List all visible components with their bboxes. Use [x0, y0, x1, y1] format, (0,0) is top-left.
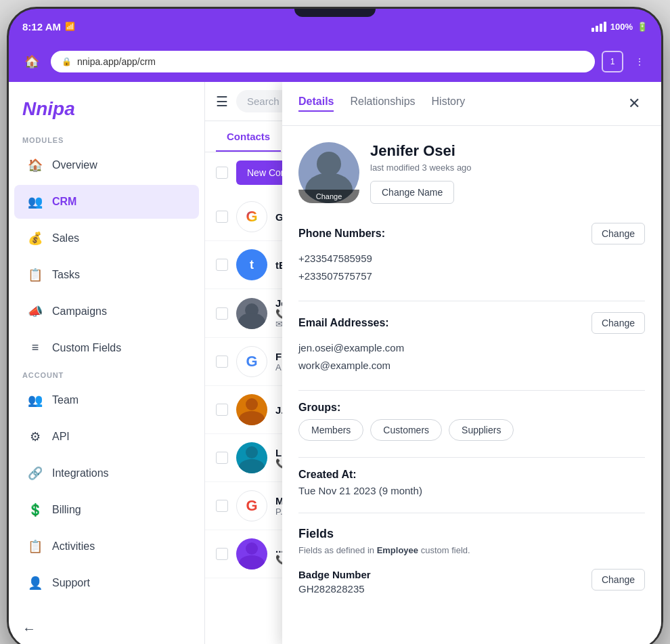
integrations-icon: 🔗 [28, 466, 43, 481]
tasks-icon: 📋 [28, 267, 43, 282]
browser-bar: 🏠 🔒 nnipa.app/app/crm 1 ⋮ [9, 44, 661, 82]
select-all-checkbox[interactable] [216, 167, 228, 179]
detail-body: Change Jenifer Osei last modified 3 week… [282, 126, 661, 644]
change-name-button[interactable]: Change Name [370, 181, 454, 204]
sidebar-item-billing[interactable]: 💲 Billing [14, 493, 199, 527]
detail-panel: Details Relationships History ✕ [282, 82, 661, 644]
badge-number-value: GH282828235 [298, 583, 371, 595]
crm-icon: 👥 [28, 194, 43, 209]
api-icon: ⚙ [28, 429, 43, 444]
sidebar-item-sales[interactable]: 💰 Sales [14, 221, 199, 255]
close-icon: ✕ [628, 95, 640, 112]
created-at-section: Created At: Tue Nov 21 2023 (9 month) [298, 469, 645, 496]
badge-change-button[interactable]: Change [591, 569, 645, 591]
contact-avatar [236, 394, 267, 425]
fields-description: Fields as defined in Employee custom fie… [298, 545, 645, 555]
sales-icon: 💰 [28, 231, 43, 246]
phone-numbers-section: Phone Numbers: Change +233547585959 +233… [298, 223, 645, 284]
contact-avatar [236, 538, 267, 570]
tab-contacts[interactable]: Contacts [216, 121, 281, 152]
contact-avatar: G [236, 201, 267, 232]
lock-icon: 🔒 [62, 57, 72, 66]
contact-checkbox[interactable] [216, 500, 228, 512]
google-icon: G [246, 353, 257, 370]
time-display: 8:12 AM [22, 21, 61, 33]
phone-number-1: +233547585959 [298, 250, 645, 267]
email-section: Email Addresses: Change jen.osei@example… [298, 312, 645, 374]
sidebar-item-label: Integrations [52, 467, 109, 479]
account-label: ACCOUNT [9, 366, 204, 382]
sidebar-item-custom-fields[interactable]: ≡ Custom Fields [14, 331, 199, 364]
contact-checkbox[interactable] [216, 259, 228, 271]
billing-icon: 💲 [28, 502, 43, 517]
sidebar-item-integrations[interactable]: 🔗 Integrations [14, 456, 199, 490]
sidebar-item-campaigns[interactable]: 📣 Campaigns [14, 295, 199, 328]
modules-label: MODULES [9, 131, 204, 147]
phone-number-2: +233507575757 [298, 267, 645, 285]
group-badge-members[interactable]: Members [298, 419, 363, 441]
team-icon: 👥 [28, 393, 43, 408]
sidebar-item-tasks[interactable]: 📋 Tasks [14, 258, 199, 292]
email-label: Email Addresses: [298, 317, 389, 329]
contact-profile: Change Jenifer Osei last modified 3 week… [298, 142, 645, 204]
detail-tab-details[interactable]: Details [298, 95, 334, 112]
url-bar[interactable]: 🔒 nnipa.app/app/crm [51, 51, 595, 72]
sidebar-item-label: CRM [52, 196, 76, 208]
google-icon: G [246, 208, 257, 226]
contact-checkbox[interactable] [216, 404, 228, 416]
divider [298, 457, 645, 458]
contact-checkbox[interactable] [216, 307, 228, 320]
group-badge-customers[interactable]: Customers [370, 419, 442, 441]
created-at-value: Tue Nov 21 2023 (9 month) [298, 485, 645, 496]
sidebar-item-label: Activities [52, 540, 95, 553]
profile-name: Jenifer Osei [370, 142, 645, 160]
detail-tab-relationships[interactable]: Relationships [350, 95, 415, 112]
change-photo-button[interactable]: Change [298, 190, 359, 203]
back-button[interactable]: ← [9, 610, 204, 644]
sidebar-item-crm[interactable]: 👥 CRM [14, 185, 199, 219]
home-button[interactable]: 🏠 [20, 49, 44, 74]
browser-menu-button[interactable]: ⋮ [629, 51, 650, 72]
badge-number-field-row: Badge Number GH282828235 Change [298, 569, 645, 595]
close-button[interactable]: ✕ [623, 93, 645, 114]
contact-avatar: G [236, 490, 267, 521]
sidebar-item-label: Overview [52, 159, 97, 171]
email-change-button[interactable]: Change [591, 312, 645, 334]
sidebar-item-api[interactable]: ⚙ API [14, 420, 199, 454]
phone-notch [294, 9, 376, 17]
group-badge-suppliers[interactable]: Suppliers [449, 419, 514, 441]
phone-field-header: Phone Numbers: Change [298, 223, 645, 244]
contact-checkbox[interactable] [216, 548, 228, 560]
detail-tabs: Details Relationships History [298, 95, 465, 112]
divider [298, 301, 645, 301]
sidebar-item-label: Tasks [52, 269, 80, 281]
browser-actions: 1 ⋮ [602, 51, 650, 72]
detail-tab-history[interactable]: History [432, 95, 466, 112]
status-bar-right: 100% 🔋 [591, 22, 648, 32]
sidebar-item-overview[interactable]: 🏠 Overview [14, 148, 199, 182]
sidebar-item-label: Campaigns [52, 305, 107, 318]
sidebar: Nnipa MODULES 🏠 Overview 👥 CRM 💰 Sales 📋… [9, 82, 205, 644]
hamburger-button[interactable]: ☰ [216, 93, 228, 110]
contact-checkbox[interactable] [216, 356, 228, 368]
sidebar-item-activities[interactable]: 📋 Activities [14, 530, 199, 563]
sidebar-item-label: Custom Fields [52, 342, 121, 354]
sidebar-item-support[interactable]: 👤 Support [14, 566, 199, 600]
contact-checkbox[interactable] [216, 211, 228, 223]
custom-fields-icon: ≡ [28, 341, 43, 355]
phone-change-button[interactable]: Change [591, 223, 645, 244]
support-icon: 👤 [28, 576, 43, 591]
profile-avatar-container: Change [298, 142, 359, 203]
sidebar-item-label: Team [52, 394, 79, 406]
network-icon: 📶 [65, 22, 75, 31]
contact-checkbox[interactable] [216, 452, 228, 464]
sidebar-item-team[interactable]: 👥 Team [14, 383, 199, 417]
contact-avatar: t [236, 249, 267, 280]
app-content: Nnipa MODULES 🏠 Overview 👥 CRM 💰 Sales 📋… [9, 82, 661, 644]
fields-title: Fields [298, 527, 645, 541]
tab-count-button[interactable]: 1 [602, 51, 623, 72]
email-2: work@example.com [298, 357, 645, 374]
battery-icon: 🔋 [637, 22, 648, 32]
search-placeholder: Search [247, 95, 280, 107]
fields-section: Fields Fields as defined in Employee cus… [298, 513, 645, 595]
